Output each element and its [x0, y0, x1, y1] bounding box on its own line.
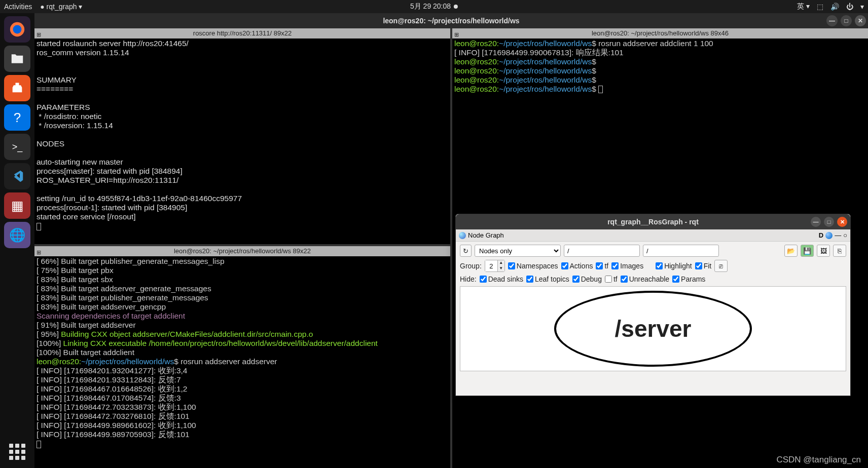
hide-label: Hide: — [460, 275, 477, 283]
chk-params[interactable]: Params — [672, 275, 705, 283]
refresh-button[interactable]: ↻ — [460, 245, 472, 257]
pane-title: ⊞leon@ros20: ~/project/ros/helloworld/ws… — [452, 28, 868, 38]
group-spinner[interactable]: ▲▼ — [485, 260, 505, 272]
rqt-tabbar: Node Graph D — ○ — [456, 229, 850, 242]
dock-d-button[interactable]: D — [819, 231, 823, 239]
chk-debug[interactable]: Debug — [572, 275, 602, 283]
chk-tf[interactable]: tf — [596, 262, 608, 270]
volume-icon[interactable]: 🔊 — [830, 3, 839, 11]
terminal-pane-roscore[interactable]: ⊞roscore http://ros20:11311/ 89x22 start… — [34, 28, 450, 246]
chevron-down-icon[interactable]: ▾ — [860, 3, 864, 11]
network-icon[interactable]: ⬚ — [817, 3, 823, 11]
chk-namespaces[interactable]: Namespaces — [508, 262, 558, 270]
chk-leaf[interactable]: Leaf topics — [526, 275, 569, 283]
files-icon[interactable] — [4, 46, 30, 72]
activities-button[interactable]: Activities — [4, 3, 32, 11]
dock: ? >_ ▦ 🌐 — [0, 13, 34, 468]
watermark: CSDN @tangliang_cn — [776, 455, 861, 465]
firefox-icon[interactable] — [4, 16, 30, 43]
tab-label[interactable]: Node Graph — [468, 231, 504, 239]
rqt-row-2: Group: ▲▼ Namespaces Actions tf Images H… — [460, 260, 846, 272]
rqt-titlebar[interactable]: rqt_graph__RosGraph - rqt — □ ✕ — [456, 214, 850, 229]
ime-indicator[interactable]: 英 ▾ — [797, 2, 810, 11]
clock[interactable]: 5月 29 20:08 — [410, 2, 458, 11]
rqt-window[interactable]: rqt_graph__RosGraph - rqt — □ ✕ Node Gra… — [455, 214, 851, 396]
svg-point-1 — [13, 25, 22, 34]
chk-deadsinks[interactable]: Dead sinks — [480, 275, 523, 283]
node-graph-icon — [459, 232, 466, 239]
app-icon[interactable]: ▦ — [4, 192, 30, 219]
chk-tf2[interactable]: tf — [605, 275, 618, 283]
export-icon[interactable]: ⎘ — [833, 245, 846, 257]
terminal-icon[interactable]: >_ — [4, 134, 30, 160]
image-icon[interactable]: 🖼 — [817, 245, 830, 257]
minimize-button[interactable]: — — [811, 217, 821, 227]
maximize-button[interactable]: □ — [824, 217, 834, 227]
app-menu[interactable]: ● rqt_graph ▾ — [40, 3, 82, 11]
help-icon[interactable] — [825, 232, 833, 239]
terminal-pane-build[interactable]: ⊞leon@ros20: ~/project/ros/helloworld/ws… — [34, 246, 450, 468]
group-label: Group: — [460, 262, 482, 270]
maximize-button[interactable]: □ — [841, 15, 852, 26]
help-icon[interactable]: ? — [4, 104, 30, 131]
rqt-row-3: Hide: Dead sinks Leaf topics Debug tf Un… — [460, 275, 846, 283]
graph-node-server[interactable]: /server — [554, 291, 752, 367]
globe-icon[interactable]: 🌐 — [4, 222, 30, 248]
chk-images[interactable]: Images — [611, 262, 643, 270]
minimize-button[interactable]: — — [826, 15, 838, 26]
chk-highlight[interactable]: Highlight — [656, 262, 692, 270]
circle-icon[interactable]: ○ — [843, 231, 847, 239]
view-mode-select[interactable]: Nodes only — [475, 245, 561, 257]
graph-canvas[interactable]: /server — [460, 286, 846, 371]
gnome-topbar: Activities ● rqt_graph ▾ 5月 29 20:08 英 ▾… — [0, 0, 868, 13]
filter-input-2[interactable] — [643, 245, 719, 257]
close-button[interactable]: ✕ — [855, 15, 866, 26]
save-icon[interactable]: 💾 — [801, 245, 814, 257]
settings-icon[interactable]: ⎚ — [714, 260, 728, 272]
software-icon[interactable] — [4, 75, 30, 101]
chk-unreachable[interactable]: Unreachable — [621, 275, 669, 283]
chk-actions[interactable]: Actions — [561, 262, 593, 270]
show-apps-icon[interactable] — [7, 442, 27, 462]
window-title: leon@ros20: ~/project/ros/helloworld/ws … — [34, 13, 868, 28]
vscode-icon[interactable] — [4, 163, 30, 189]
pane-title: ⊞leon@ros20: ~/project/ros/helloworld/ws… — [34, 246, 450, 256]
rqt-row-1: ↻ Nodes only 📂 💾 🖼 ⎘ — [460, 245, 846, 257]
pane-title: ⊞roscore http://ros20:11311/ 89x22 — [34, 28, 450, 38]
power-icon[interactable]: ⏻ — [846, 3, 853, 11]
close-button[interactable]: ✕ — [837, 217, 847, 227]
open-icon[interactable]: 📂 — [784, 245, 798, 257]
chk-fit[interactable]: Fit — [695, 262, 712, 270]
filter-input-1[interactable] — [564, 245, 640, 257]
min-icon[interactable]: — — [835, 231, 841, 239]
